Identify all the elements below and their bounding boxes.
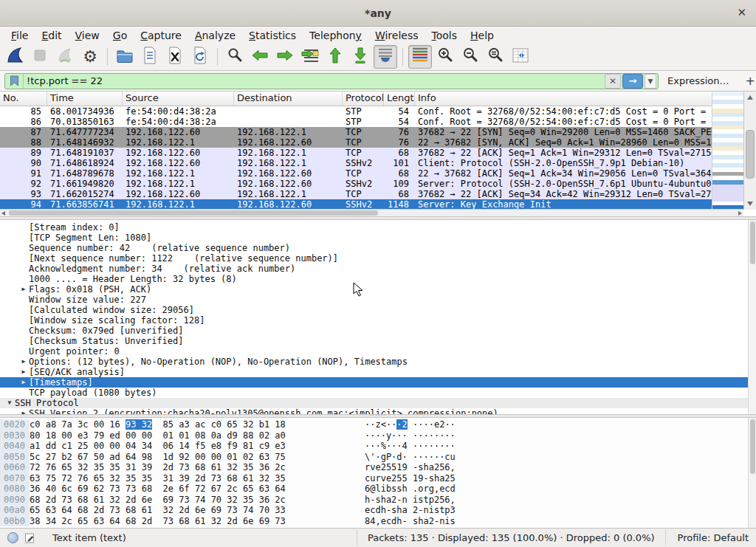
save-capture-button[interactable] — [138, 45, 162, 69]
open-capture-button[interactable] — [113, 45, 137, 69]
title-bar[interactable]: *any ✕ — [0, 0, 756, 27]
close-capture-button[interactable] — [163, 45, 187, 69]
detail-line[interactable]: 1000 .... = Header Length: 32 bytes (8) — [0, 274, 756, 284]
close-icon[interactable]: ✕ — [737, 7, 746, 18]
packet-row[interactable]: 9271.661949820192.168.122.1192.168.122.6… — [0, 179, 756, 189]
hex-ascii: 84,ecdh- sha2-nis — [365, 516, 456, 527]
hex-row[interactable]: 00505c 27 b2 67 50 ad 64 98 1d 92 00 00 … — [0, 452, 756, 463]
go-back-button[interactable] — [248, 45, 272, 69]
filter-input[interactable] — [24, 75, 605, 86]
tree-collapsed-icon[interactable]: ▶ — [18, 367, 29, 377]
menu-tools[interactable]: Tools — [425, 29, 464, 42]
detail-line[interactable]: TCP payload (1080 bytes) — [0, 388, 756, 398]
zoom-reset-button[interactable] — [484, 45, 507, 69]
column-header-time[interactable]: Time — [47, 92, 123, 106]
packet-row[interactable]: 9071.648618924192.168.122.60192.168.122.… — [0, 158, 756, 168]
menu-go[interactable]: Go — [106, 29, 134, 42]
auto-scroll-button[interactable] — [374, 45, 397, 69]
menu-view[interactable]: View — [69, 29, 106, 42]
detail-line[interactable]: ▶Options: (12 bytes), No-Operation (NOP)… — [0, 357, 756, 367]
menu-help[interactable]: Help — [464, 29, 501, 42]
go-forward-button[interactable] — [273, 45, 297, 69]
menu-wireless[interactable]: Wireless — [368, 29, 425, 42]
column-header-no[interactable]: No. — [0, 92, 47, 106]
expert-info-icon[interactable] — [7, 532, 18, 543]
menu-analyze[interactable]: Analyze — [188, 29, 242, 42]
detail-line[interactable]: [Stream index: 0] — [0, 222, 756, 233]
stop-capture-button[interactable] — [28, 45, 52, 69]
packet-list-hscrollbar[interactable] — [0, 209, 743, 216]
packet-list-scrollbar[interactable] — [743, 92, 756, 210]
packet-row[interactable]: 8670.013850163fe:54:00:d4:38:2aSTP54Conf… — [0, 117, 756, 127]
detail-line[interactable]: ▶[SEQ/ACK analysis] — [0, 367, 756, 377]
hex-row[interactable]: 008036 40 6c 69 62 73 73 68 2e 6f 72 67 … — [0, 484, 756, 495]
start-capture-button[interactable] — [3, 45, 27, 69]
go-first-packet-button[interactable] — [323, 45, 347, 69]
hex-row[interactable]: 00b038 34 2c 65 63 64 68 2d 73 68 61 32 … — [0, 516, 756, 527]
detail-line[interactable]: [Calculated window size: 29056] — [0, 305, 756, 315]
packet-row[interactable]: 8568.001734936fe:54:00:d4:38:2aSTP54Conf… — [0, 106, 756, 117]
add-filter-button[interactable]: + — [738, 74, 756, 88]
capture-comment-icon[interactable] — [24, 532, 36, 544]
hex-row[interactable]: 009068 2d 73 68 61 32 2d 6e 69 73 74 70 … — [0, 495, 756, 506]
status-profile[interactable]: Profile: Default — [665, 530, 749, 546]
go-to-packet-button[interactable] — [298, 45, 322, 69]
hex-row[interactable]: 0020c0 a8 7a 3c 00 16 93 32 85 a3 ac c0 … — [0, 419, 756, 430]
detail-line[interactable]: ▶SSH Version 2 (encryption:chacha20-poly… — [0, 408, 756, 415]
expression-button[interactable]: Expression… — [659, 75, 738, 86]
column-header-protocol[interactable]: Protocol — [343, 92, 384, 106]
bookmark-icon[interactable] — [5, 74, 24, 89]
menu-capture[interactable]: Capture — [134, 29, 188, 42]
detail-line[interactable]: Urgent pointer: 0 — [0, 346, 756, 357]
filter-dropdown-caret-icon[interactable]: ▼ — [645, 74, 656, 89]
menu-statistics[interactable]: Statistics — [242, 29, 303, 42]
tree-collapsed-icon[interactable]: ▶ — [18, 284, 29, 295]
colorize-button[interactable] — [408, 45, 432, 69]
hex-row[interactable]: 0040a1 dd c1 25 00 00 04 34 06 14 f5 e8 … — [0, 441, 756, 452]
capture-options-button[interactable]: ⚙ — [78, 45, 102, 69]
detail-line[interactable]: [Checksum Status: Unverified] — [0, 336, 756, 346]
packet-row[interactable]: 8871.648146932192.168.122.1192.168.122.6… — [0, 137, 756, 148]
restart-capture-button[interactable] — [53, 45, 77, 69]
packet-row[interactable]: 9171.648789678192.168.122.1192.168.122.6… — [0, 168, 756, 179]
detail-line[interactable]: [Next sequence number: 1122 (relative se… — [0, 253, 756, 264]
tree-collapsed-icon[interactable]: ▶ — [18, 357, 29, 367]
packet-row[interactable]: 8971.648191037192.168.122.60192.168.122.… — [0, 148, 756, 158]
go-last-packet-button[interactable] — [348, 45, 372, 69]
detail-line[interactable]: Sequence number: 42 (relative sequence n… — [0, 243, 756, 253]
column-header-info[interactable]: Info — [415, 92, 756, 106]
tree-expanded-icon[interactable]: ▼ — [4, 398, 15, 408]
tree-collapsed-icon[interactable]: ▶ — [18, 377, 29, 388]
resize-columns-button[interactable] — [509, 45, 532, 69]
column-header-source[interactable]: Source — [123, 92, 234, 106]
detail-line[interactable]: [Window size scaling factor: 128] — [0, 315, 756, 326]
hex-row[interactable]: 006072 76 65 32 35 35 31 39 2d 73 68 61 … — [0, 462, 756, 473]
detail-line[interactable]: ▶[Timestamps] — [0, 377, 756, 388]
clear-filter-icon[interactable]: ✕ — [605, 74, 621, 89]
hex-row[interactable]: 007063 75 72 76 65 32 35 35 31 39 2d 73 … — [0, 473, 756, 484]
packet-row[interactable]: 8771.647777234192.168.122.60192.168.122.… — [0, 127, 756, 137]
detail-line[interactable]: Checksum: 0x79ed [unverified] — [0, 326, 756, 336]
detail-line[interactable]: ▶Flags: 0x018 (PSH, ACK) — [0, 284, 756, 295]
column-header-length[interactable]: Length — [384, 92, 415, 106]
packet-row[interactable]: 9471.663856741192.168.122.1192.168.122.6… — [0, 199, 756, 210]
detail-line[interactable]: Window size value: 227 — [0, 295, 756, 305]
reload-capture-button[interactable] — [188, 45, 212, 69]
packet-minimap[interactable] — [712, 92, 743, 210]
menu-file[interactable]: File — [4, 29, 35, 42]
detail-line[interactable]: ▼SSH Protocol — [0, 398, 756, 408]
menu-edit[interactable]: Edit — [35, 29, 68, 42]
column-header-destination[interactable]: Destination — [234, 92, 343, 106]
zoom-out-button[interactable] — [458, 45, 482, 69]
zoom-in-button[interactable] — [433, 45, 457, 69]
hex-row[interactable]: 003080 18 00 e3 79 ed 00 00 01 01 08 0a … — [0, 430, 756, 441]
apply-filter-icon[interactable]: → — [622, 74, 643, 89]
menu-telephony[interactable]: Telephony — [303, 29, 368, 42]
hex-row[interactable]: 00a065 63 64 68 2d 73 68 61 32 2d 6e 69 … — [0, 505, 756, 516]
packet-row[interactable]: 9371.662015274192.168.122.60192.168.122.… — [0, 189, 756, 199]
tree-collapsed-icon[interactable]: ▶ — [18, 408, 29, 415]
detail-line[interactable]: Acknowledgment number: 34 (relative ack … — [0, 264, 756, 274]
detail-line[interactable]: [TCP Segment Len: 1080] — [0, 233, 756, 243]
find-packet-button[interactable] — [223, 45, 247, 69]
details-scrollbar[interactable] — [748, 220, 756, 414]
